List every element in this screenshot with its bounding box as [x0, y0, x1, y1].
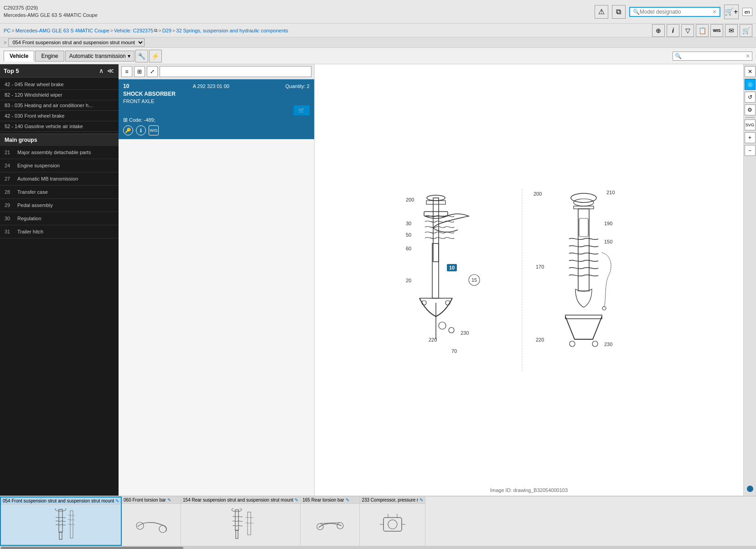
scrollbar-thumb[interactable]: [1, 547, 183, 549]
header-cart-button[interactable]: 🛒+: [724, 5, 739, 19]
group-28[interactable]: 28 Transfer case: [0, 186, 119, 199]
thumb-154[interactable]: 154 Rear suspension strut and suspension…: [181, 497, 300, 546]
header-top: C292375 (D29) Mercedes-AMG GLE 63 S 4MAT…: [0, 0, 756, 24]
diagram-zoom-in-btn[interactable]: +: [745, 132, 756, 143]
parts-list-view-btn[interactable]: ≡: [121, 66, 132, 77]
part-wis-icon[interactable]: WIS: [149, 125, 159, 135]
parts-grid-view-btn[interactable]: ⊞: [134, 66, 145, 77]
wrench-icon[interactable]: 🔧: [135, 50, 148, 62]
diagram-zoom-out-btn[interactable]: −: [745, 145, 756, 156]
toolbar-search-input[interactable]: [682, 53, 746, 59]
diagram-svg-btn[interactable]: SVG: [745, 119, 756, 130]
breadcrumb-model[interactable]: Mercedes-AMG GLE 63 S 4MATIC Coupe: [16, 28, 109, 33]
svg-text:200: 200: [533, 191, 542, 197]
top5-item-4[interactable]: 52 - 140 Gasoline vehicle air intake: [0, 121, 119, 132]
thumb-154-label: 154 Rear suspension strut and suspension…: [181, 497, 300, 504]
clear-search-icon[interactable]: ✕: [712, 9, 717, 15]
bottom-scrollbar[interactable]: [0, 546, 756, 549]
group-30[interactable]: 30 Regulation: [0, 212, 119, 225]
add-to-cart-button[interactable]: 🛒: [294, 105, 310, 115]
group-29[interactable]: 29 Pedal assembly: [0, 199, 119, 212]
model-search-input[interactable]: [640, 9, 712, 15]
parts-expand-btn[interactable]: ⤢: [147, 66, 158, 77]
group-21[interactable]: 21 Major assembly detachable parts: [0, 146, 119, 159]
svg-text:50: 50: [406, 232, 411, 238]
tab-vehicle[interactable]: Vehicle: [4, 51, 34, 62]
thumb-233-edit-icon[interactable]: ✎: [419, 497, 423, 502]
part-10-sub: FRONT AXLE: [123, 98, 310, 104]
electric-icon[interactable]: ⚡: [149, 50, 162, 62]
svg-point-21: [449, 327, 454, 333]
subbreadcrumb-dropdown[interactable]: 054 Front suspension strut and suspensio…: [8, 38, 145, 47]
main-area: Top 5 ∧ ≪ 42 - 045 Rear wheel brake 82 -…: [0, 64, 756, 496]
svg-text:210: 210: [606, 190, 615, 195]
filter-toolbar-icon[interactable]: ▽: [681, 24, 694, 37]
svg-point-31: [592, 341, 598, 347]
thumb-154-edit-icon[interactable]: ✎: [295, 497, 298, 502]
toolbar-right-search: 🔍 ✕: [673, 52, 752, 61]
top5-title: Top 5: [4, 67, 19, 74]
cart-toolbar-icon[interactable]: 🛒: [740, 24, 752, 37]
top5-collapse-btn[interactable]: ∧: [98, 67, 104, 74]
info-toolbar-icon[interactable]: i: [667, 24, 679, 37]
part-item-10[interactable]: 10 A 292 323 01 00 Quantity: 2 SHOCK ABS…: [119, 79, 314, 140]
tab-engine[interactable]: Engine: [35, 51, 64, 62]
doc-toolbar-icon[interactable]: 📋: [696, 24, 709, 37]
wis-toolbar-icon[interactable]: WIS: [710, 24, 723, 37]
breadcrumb-group32[interactable]: 32 Springs, suspension and hydraulic com…: [176, 28, 288, 33]
diagram-settings-btn[interactable]: ⚙: [745, 104, 756, 115]
vehicle-id: C292375 (D29): [4, 5, 98, 11]
part-10-code: A 292 323 01 00: [193, 83, 229, 89]
top5-item-3[interactable]: 42 - 030 Front wheel brake: [0, 111, 119, 121]
group-24[interactable]: 24 Engine suspension: [0, 159, 119, 172]
top5-list: 42 - 045 Rear wheel brake 82 - 120 Winds…: [0, 78, 119, 134]
diagram-highlight-btn[interactable]: ◎: [745, 79, 756, 90]
toolbar-search-icon: 🔍: [675, 53, 682, 59]
copy-icon[interactable]: ⧉: [612, 5, 626, 19]
group-29-num: 29: [5, 202, 14, 208]
thumb-054[interactable]: 054 Front suspension strut and suspensio…: [0, 497, 122, 546]
mail-toolbar-icon[interactable]: ✉: [725, 24, 738, 37]
vehicle-name: Mercedes-AMG GLE 63 S 4MATIC Coupe: [4, 12, 98, 19]
top5-item-0[interactable]: 42 - 045 Rear wheel brake: [0, 79, 119, 90]
thumb-165[interactable]: 165 Rear torsion bar ✎: [300, 497, 360, 546]
top5-item-2[interactable]: 83 - 035 Heating and air conditioner h..…: [0, 100, 119, 111]
thumb-054-edit-icon[interactable]: ✎: [115, 498, 119, 503]
diagram-close-btn[interactable]: ✕: [745, 66, 756, 77]
thumb-060-label: 060 Front torsion bar ✎: [122, 497, 181, 504]
language-selector[interactable]: en: [742, 8, 752, 16]
svg-point-20: [439, 322, 446, 329]
thumb-233[interactable]: 233 Compressor, pressure r ✎: [360, 497, 425, 546]
zoom-in-toolbar-icon[interactable]: ⊕: [652, 24, 665, 37]
thumb-165-edit-icon[interactable]: ✎: [346, 497, 349, 502]
diagram-refresh-btn[interactable]: ↺: [745, 92, 756, 103]
group-24-num: 24: [5, 163, 14, 168]
svg-point-51: [337, 523, 343, 529]
parts-search-input[interactable]: [160, 66, 311, 77]
breadcrumb-d29[interactable]: D29: [162, 28, 171, 33]
part-10-pos: 10: [123, 83, 137, 89]
svg-point-54: [388, 520, 397, 529]
warning-icon[interactable]: ⚠: [595, 5, 608, 19]
search-icon: 🔍: [633, 9, 640, 15]
svg-rect-29: [565, 315, 602, 319]
thumb-165-label: 165 Rear torsion bar ✎: [300, 497, 359, 504]
copy-small-icon[interactable]: ⧉: [154, 28, 157, 33]
svg-text:60: 60: [406, 246, 411, 251]
thumb-060-edit-icon[interactable]: ✎: [167, 497, 171, 502]
breadcrumb-vehicle[interactable]: Vehicle: C292375: [114, 28, 153, 33]
tab-auto-transmission[interactable]: Automatic transmission ▾: [65, 51, 135, 62]
top5-controls: ∧ ≪: [98, 67, 115, 74]
part-info-icon[interactable]: ℹ: [136, 125, 146, 135]
toolbar-search-clear[interactable]: ✕: [746, 53, 750, 59]
part-key-icon[interactable]: 🔑: [123, 125, 133, 135]
breadcrumb-pc[interactable]: PC: [4, 28, 10, 33]
tabs-row: Vehicle Engine Automatic transmission ▾ …: [0, 48, 756, 64]
group-27[interactable]: 27 Automatic MB transmission: [0, 172, 119, 186]
svg-rect-2: [426, 201, 445, 204]
thumb-060[interactable]: 060 Front torsion bar ✎: [122, 497, 181, 546]
top5-expand-btn[interactable]: ≪: [106, 67, 115, 74]
group-21-num: 21: [5, 150, 14, 155]
group-31[interactable]: 31 Trailer hitch: [0, 225, 119, 238]
top5-item-1[interactable]: 82 - 120 Windshield wiper: [0, 90, 119, 100]
